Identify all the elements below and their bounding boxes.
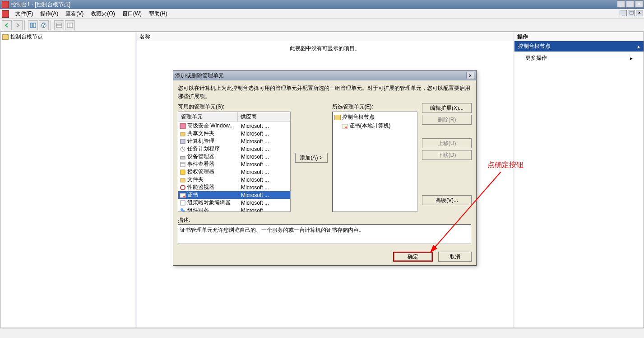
col-header-name[interactable]: 管理单元 — [178, 112, 238, 122]
tree-root-item[interactable]: 控制台根节点 — [0, 32, 135, 42]
add-remove-snapin-dialog: 添加或删除管理单元 × 您可以在计算机上为此控制台选择可用的管理单元并配置所选的… — [173, 70, 477, 266]
list-item[interactable]: 组策略对象编辑器Microsoft ... — [178, 199, 290, 207]
menu-window[interactable]: 窗口(W) — [119, 9, 145, 19]
list-item[interactable]: 授权管理器Microsoft ... — [178, 168, 290, 176]
snapin-name: 性能监视器 — [187, 183, 240, 191]
back-button[interactable] — [2, 20, 12, 30]
minimize-button[interactable]: _ — [617, 0, 625, 8]
svg-rect-15 — [181, 156, 185, 159]
snapin-vendor: Microsoft ... — [241, 161, 289, 168]
list-item[interactable]: 设备管理器Microsoft ... — [178, 153, 290, 160]
dialog-intro-text: 您可以在计算机上为此控制台选择可用的管理单元并配置所选的一组管理单元。对于可扩展… — [178, 84, 472, 100]
empty-message: 此视图中没有可显示的项目。 — [137, 41, 513, 56]
description-box: 证书管理单元允许您浏览自己的、一个服务的或一台计算机的证书存储内容。 — [178, 224, 471, 244]
toolbar: ? — [0, 19, 644, 32]
menu-action[interactable]: 操作(A) — [37, 9, 62, 19]
status-bar — [0, 328, 644, 338]
actions-section-title[interactable]: 控制台根节点 ▴ — [514, 41, 644, 52]
move-down-button[interactable]: 下移(D) — [422, 150, 472, 160]
more-actions-label: 更多操作 — [525, 54, 547, 62]
doc-icon — [2, 10, 9, 18]
menu-view[interactable]: 查看(V) — [62, 9, 87, 19]
dialog-close-button[interactable]: × — [466, 72, 474, 79]
svg-rect-10 — [181, 132, 185, 136]
window-titlebar: 控制台1 - [控制台根节点] _ □ × — [0, 0, 644, 9]
list-item[interactable]: 高级安全 Window...Microsoft ... — [178, 122, 290, 130]
mdi-close-button[interactable]: × — [636, 10, 643, 16]
content-column-header[interactable]: 名称 — [137, 32, 513, 41]
cancel-button[interactable]: 取消 — [438, 252, 472, 262]
actions-pane: 操作 控制台根节点 ▴ 更多操作 ▸ — [514, 32, 644, 328]
view-detail-button[interactable] — [65, 20, 75, 30]
snapin-icon — [180, 169, 186, 175]
dialog-titlebar[interactable]: 添加或删除管理单元 × — [173, 70, 476, 80]
more-actions-item[interactable]: 更多操作 ▸ — [525, 54, 633, 62]
svg-rect-0 — [30, 23, 32, 28]
snapin-name: 高级安全 Window... — [187, 122, 240, 130]
menu-bar: 文件(F) 操作(A) 查看(V) 收藏夹(O) 窗口(W) 帮助(H) _ ❐… — [0, 9, 644, 19]
forward-button[interactable] — [13, 20, 23, 30]
mdi-controls: _ ❐ × — [620, 10, 643, 16]
mdi-minimize-button[interactable]: _ — [620, 10, 627, 16]
snapin-vendor: Microsoft ... — [241, 123, 289, 129]
help-button[interactable]: ? — [39, 20, 49, 30]
snapin-name: 设备管理器 — [187, 153, 240, 160]
list-item[interactable]: 文件夹Microsoft ... — [178, 176, 290, 183]
folder-icon — [334, 115, 341, 120]
col-header-vendor[interactable]: 供应商 — [238, 112, 290, 122]
snapin-name: 任务计划程序 — [187, 145, 240, 153]
move-up-button[interactable]: 上移(U) — [422, 138, 472, 148]
list-item[interactable]: 共享文件夹Microsoft ... — [178, 130, 290, 137]
available-snapins-list[interactable]: 管理单元 供应商 高级安全 Window...Microsoft ...共享文件… — [178, 112, 291, 212]
menu-help[interactable]: 帮助(H) — [145, 9, 171, 19]
svg-rect-18 — [181, 170, 185, 174]
svg-rect-19 — [181, 178, 185, 182]
snapin-icon — [180, 161, 186, 168]
maximize-button[interactable]: □ — [626, 0, 634, 8]
annotation-text: 点确定按钮 — [487, 160, 524, 170]
snapin-icon — [180, 123, 186, 129]
selected-cert-item[interactable]: 证书(本地计算机) — [334, 122, 417, 130]
snapin-name: 组件服务 — [187, 207, 240, 212]
svg-point-20 — [181, 185, 185, 190]
remove-button[interactable]: 删除(R) — [422, 115, 472, 125]
snapin-vendor: Microsoft ... — [241, 184, 289, 191]
folder-icon — [2, 34, 9, 40]
snapin-icon — [180, 184, 186, 191]
snapin-vendor: Microsoft ... — [241, 200, 289, 206]
snapin-vendor: Microsoft ... — [241, 154, 289, 160]
menu-favorites[interactable]: 收藏夹(O) — [87, 9, 118, 19]
svg-rect-9 — [180, 123, 185, 129]
snapin-name: 组策略对象编辑器 — [187, 199, 240, 207]
list-item[interactable]: 计算机管理Microsoft ... — [178, 137, 290, 145]
list-item[interactable]: 证书Microsoft ... — [178, 191, 290, 199]
list-item[interactable]: 事件查看器Microsoft ... — [178, 160, 290, 168]
certificate-icon — [342, 123, 348, 129]
chevron-right-icon: ▸ — [630, 55, 633, 61]
close-button[interactable]: × — [635, 0, 643, 8]
show-hide-tree-button[interactable] — [28, 20, 38, 30]
add-button[interactable]: 添加(A) > — [295, 153, 328, 163]
list-item[interactable]: 任务计划程序Microsoft ... — [178, 145, 290, 153]
window-title: 控制台1 - [控制台根节点] — [11, 1, 70, 9]
snapin-icon — [180, 177, 186, 183]
available-label: 可用的管理单元(S): — [178, 103, 291, 111]
svg-rect-16 — [181, 162, 185, 167]
edit-extensions-button[interactable]: 编辑扩展(X)... — [422, 103, 472, 113]
advanced-button[interactable]: 高级(V)... — [422, 195, 472, 205]
mdi-restore-button[interactable]: ❐ — [628, 10, 635, 16]
view-list-button[interactable] — [54, 20, 64, 30]
toolbar-separator — [24, 20, 26, 30]
selected-snapins-tree[interactable]: 控制台根节点 证书(本地计算机) — [332, 112, 418, 212]
selected-root-item[interactable]: 控制台根节点 — [334, 113, 417, 122]
list-item[interactable]: 组件服务Microsoft ... — [178, 207, 290, 212]
snapin-icon — [180, 131, 186, 137]
svg-rect-11 — [181, 139, 185, 144]
snapin-icon — [180, 154, 186, 160]
svg-point-22 — [183, 196, 185, 197]
collapse-icon: ▴ — [637, 43, 640, 50]
menu-file[interactable]: 文件(F) — [12, 9, 37, 19]
list-item[interactable]: 性能监视器Microsoft ... — [178, 183, 290, 191]
snapin-icon — [180, 200, 186, 206]
ok-button[interactable]: 确定 — [393, 252, 433, 262]
